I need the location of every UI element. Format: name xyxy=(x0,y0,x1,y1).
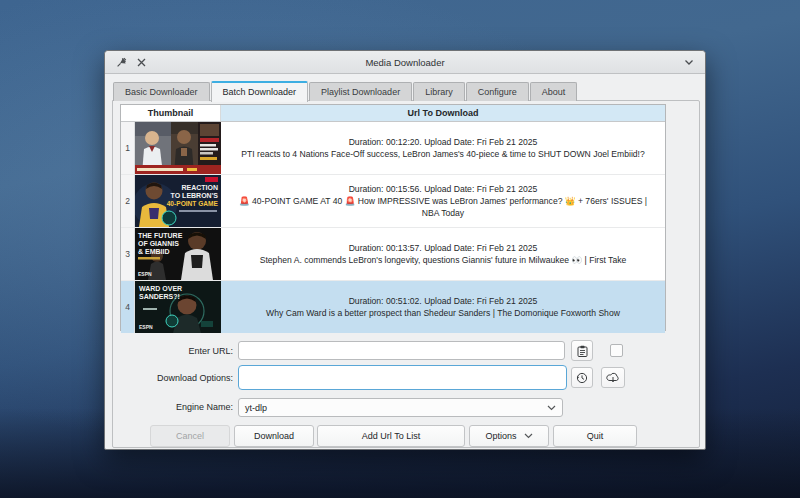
window-title: Media Downloader xyxy=(105,57,705,68)
table-row-selected[interactable]: 4 WARD OVER SANDERS?! xyxy=(121,281,665,333)
table-row[interactable]: 1 xyxy=(121,122,665,175)
chevron-down-icon[interactable] xyxy=(681,54,697,70)
titlebar[interactable]: Media Downloader xyxy=(105,51,705,74)
paste-clipboard-button[interactable] xyxy=(571,340,593,361)
download-options-label: Download Options: xyxy=(118,373,233,383)
video-thumbnail-pti xyxy=(135,122,221,174)
svg-text:TO LEBRON'S: TO LEBRON'S xyxy=(171,192,219,199)
video-thumbnail-ward-sanders: WARD OVER SANDERS?! ESPN xyxy=(135,281,221,333)
chevron-down-icon xyxy=(547,405,556,411)
tab-basic-downloader[interactable]: Basic Downloader xyxy=(113,82,210,101)
tab-library[interactable]: Library xyxy=(413,82,465,101)
monitor-clipboard-checkbox[interactable] xyxy=(610,344,623,357)
video-info: Duration: 00:13:57. Upload Date: Fri Feb… xyxy=(221,228,665,280)
video-title: PTI reacts to 4 Nations Face-Off success… xyxy=(231,148,655,160)
tab-batch-downloader[interactable]: Batch Downloader xyxy=(211,81,309,102)
svg-text:ESPN: ESPN xyxy=(139,324,153,330)
row-number: 1 xyxy=(121,122,135,174)
cloud-download-button[interactable] xyxy=(601,367,625,388)
video-thumbnail-lebron-reaction: REACTION TO LEBRON'S 40-POINT GAME xyxy=(135,175,221,227)
video-meta: Duration: 00:12:20. Upload Date: Fri Feb… xyxy=(231,136,655,148)
svg-text:THE FUTURE: THE FUTURE xyxy=(138,232,183,239)
svg-text:ESPN: ESPN xyxy=(138,271,152,277)
svg-text:REACTION: REACTION xyxy=(181,184,218,191)
svg-text:WARD OVER: WARD OVER xyxy=(139,285,182,292)
video-title: 🚨 40-POINT GAME AT 40 🚨 How IMPRESSIVE w… xyxy=(231,195,655,219)
video-thumbnail-giannis-embiid: THE FUTURE OF GIANNIS & EMBIID ESPN xyxy=(135,228,221,280)
table-header: Thumbnail Url To Download xyxy=(121,105,665,122)
row-number: 3 xyxy=(121,228,135,280)
cancel-button[interactable]: Cancel xyxy=(150,425,230,447)
svg-text:SANDERS?!: SANDERS?! xyxy=(139,293,180,300)
enter-url-label: Enter URL: xyxy=(118,346,233,356)
row-number: 4 xyxy=(121,281,135,333)
column-header-url-to-download[interactable]: Url To Download xyxy=(221,105,665,121)
quit-button[interactable]: Quit xyxy=(553,425,637,447)
video-meta: Duration: 00:15:56. Upload Date: Fri Feb… xyxy=(231,183,655,195)
video-meta: Duration: 00:13:57. Upload Date: Fri Feb… xyxy=(231,242,655,254)
table-row[interactable]: 2 REACTION TO LEBRON'S 40-POI xyxy=(121,175,665,228)
video-info: Duration: 00:51:02. Upload Date: Fri Feb… xyxy=(221,281,665,333)
row-number: 2 xyxy=(121,175,135,227)
history-button[interactable] xyxy=(571,367,593,388)
svg-text:40-POINT GAME: 40-POINT GAME xyxy=(167,200,219,207)
tab-configure[interactable]: Configure xyxy=(466,82,529,101)
options-menu-button[interactable]: Options xyxy=(469,425,549,447)
close-icon[interactable] xyxy=(133,54,149,70)
video-meta: Duration: 00:51:02. Upload Date: Fri Feb… xyxy=(231,295,655,307)
video-title: Stephen A. commends LeBron's longevity, … xyxy=(231,254,655,266)
table-row[interactable]: 3 THE FUTURE OF GIANNIS & EMB xyxy=(121,228,665,281)
engine-name-label: Engine Name: xyxy=(118,402,233,412)
engine-select-value: yt-dlp xyxy=(245,403,267,413)
media-downloader-window: Media Downloader Basic Downloader Batch … xyxy=(104,50,706,450)
video-title: Why Cam Ward is a better prospect than S… xyxy=(231,307,655,319)
url-table: Thumbnail Url To Download 1 xyxy=(120,104,666,331)
batch-downloader-pane: Thumbnail Url To Download 1 xyxy=(112,100,700,448)
chevron-down-icon xyxy=(524,433,533,439)
engine-select[interactable]: yt-dlp xyxy=(238,398,563,417)
tab-about[interactable]: About xyxy=(530,82,578,101)
tab-playlist-downloader[interactable]: Playlist Downloader xyxy=(309,82,412,101)
pin-icon[interactable] xyxy=(113,54,129,70)
download-button[interactable]: Download xyxy=(234,425,314,447)
column-header-thumbnail[interactable]: Thumbnail xyxy=(121,105,221,121)
svg-text:& EMBIID: & EMBIID xyxy=(138,248,170,255)
add-url-to-list-button[interactable]: Add Url To List xyxy=(317,425,465,447)
download-options-input[interactable] xyxy=(238,365,567,390)
video-info: Duration: 00:15:56. Upload Date: Fri Feb… xyxy=(221,175,665,227)
video-info: Duration: 00:12:20. Upload Date: Fri Feb… xyxy=(221,122,665,174)
svg-text:OF GIANNIS: OF GIANNIS xyxy=(138,240,179,247)
enter-url-input[interactable] xyxy=(238,341,565,360)
tab-bar: Basic Downloader Batch Downloader Playli… xyxy=(113,80,578,101)
